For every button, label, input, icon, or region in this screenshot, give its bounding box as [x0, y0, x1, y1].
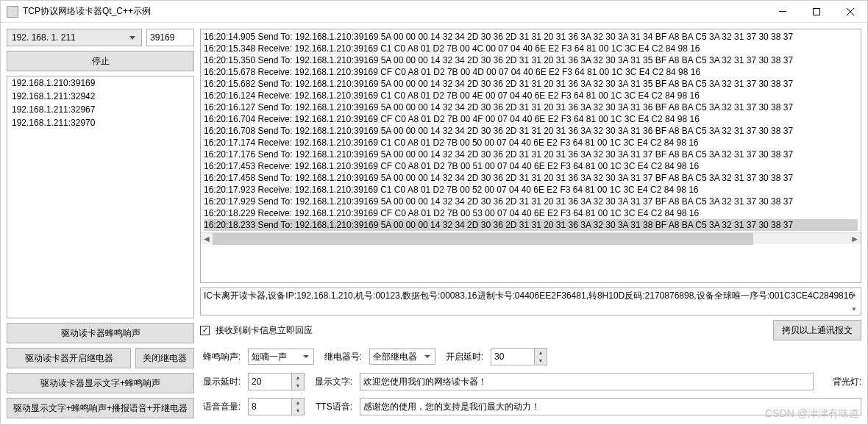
list-item[interactable]: 192.168.1.211:32967: [7, 103, 193, 116]
scroll-up-icon[interactable]: ▲: [849, 290, 859, 299]
titlebar: TCP协议网络读卡器Qt_C++示例: [1, 1, 867, 23]
log-line[interactable]: 16:20:18.229 Receive: 192.168.1.210:3916…: [204, 207, 858, 219]
log-line[interactable]: 16:20:15.678 Receive: 192.168.1.210:3916…: [204, 66, 858, 78]
log-line[interactable]: 16:20:18.233 Send To: 192.168.1.210:3916…: [204, 219, 858, 231]
backlight-label: 背光灯:: [821, 376, 861, 388]
maximize-button[interactable]: [800, 1, 833, 23]
ip-combo-value: 192. 168. 1. 211: [12, 32, 76, 43]
disp-delay-input[interactable]: [248, 373, 292, 390]
btn-label: 驱动读卡器显示文字+蜂鸣响声: [40, 377, 160, 390]
log-line[interactable]: 16:20:17.453 Receive: 192.168.1.210:3916…: [204, 160, 858, 172]
volume-label: 语音音量:: [200, 401, 241, 413]
ip-combo[interactable]: 192. 168. 1. 211: [7, 29, 142, 46]
log-line[interactable]: 16:20:16.124 Receive: 192.168.1.210:3916…: [204, 90, 858, 101]
list-item[interactable]: 192.168.1.211:32942: [7, 90, 193, 103]
log-line[interactable]: 16:20:17.174 Receive: 192.168.1.210:3916…: [204, 137, 858, 149]
spin-down-icon[interactable]: ▼: [292, 382, 304, 390]
scroll-right-icon[interactable]: ►: [849, 233, 861, 245]
close-button[interactable]: [833, 1, 867, 23]
disp-text-input[interactable]: [360, 373, 814, 390]
spin-down-icon[interactable]: ▼: [292, 407, 304, 415]
list-item[interactable]: 192.168.1.211:32970: [7, 116, 193, 129]
tts-label: TTS语音:: [312, 401, 352, 413]
text-buzzer-button[interactable]: 驱动读卡器显示文字+蜂鸣响声: [7, 373, 194, 393]
log-textarea[interactable]: 16:20:14.905 Send To: 192.168.1.210:3916…: [200, 29, 861, 283]
window-title: TCP协议网络读卡器Qt_C++示例: [23, 5, 766, 18]
btn-label: 拷贝以上通讯报文: [782, 324, 853, 337]
buzzer-label: 蜂鸣响声:: [200, 351, 241, 363]
relay-value: 全部继电器: [373, 351, 417, 363]
volume-input[interactable]: [248, 398, 292, 415]
buzzer-value: 短嘀一声: [252, 351, 287, 363]
auto-reply-checkbox[interactable]: [200, 326, 210, 335]
btn-label: 驱动显示文字+蜂鸣响声+播报语音+开继电器: [13, 402, 188, 415]
delay-on-input[interactable]: [491, 348, 535, 365]
svg-rect-1: [814, 8, 820, 15]
log-line[interactable]: 16:20:17.458 Send To: 192.168.1.210:3916…: [204, 172, 858, 184]
disp-text-label: 显示文字:: [312, 376, 352, 388]
delay-on-label: 开启延时:: [443, 351, 483, 363]
log-line[interactable]: 16:20:17.929 Send To: 192.168.1.210:3916…: [204, 196, 858, 207]
list-item[interactable]: 192.168.1.210:39169: [7, 76, 193, 90]
relay-off-button[interactable]: 关闭继电器: [135, 348, 194, 368]
horizontal-scrollbar[interactable]: ◄ ►: [201, 232, 861, 244]
relay-select[interactable]: 全部继电器: [369, 349, 435, 365]
maximize-icon: [813, 8, 820, 15]
relay-on-button[interactable]: 驱动读卡器开启继电器: [7, 348, 131, 368]
btn-label: 关闭继电器: [143, 352, 187, 365]
log-line[interactable]: 16:20:15.348 Receive: 192.168.1.210:3916…: [204, 43, 858, 54]
minimize-icon: [779, 11, 786, 12]
stop-button[interactable]: 停止: [7, 51, 194, 71]
scroll-down-icon[interactable]: ▼: [849, 304, 859, 313]
log-line[interactable]: 16:20:15.350 Send To: 192.168.1.210:3916…: [204, 54, 858, 66]
drive-buzzer-button[interactable]: 驱动读卡器蜂鸣响声: [7, 323, 194, 343]
copy-log-button[interactable]: 拷贝以上通讯报文: [773, 320, 861, 340]
spin-up-icon[interactable]: ▲: [292, 374, 304, 382]
log-line[interactable]: 16:20:16.708 Send To: 192.168.1.210:3916…: [204, 125, 858, 137]
info-text: IC卡离开读卡器,设备IP:192.168.1.210,机号:00123,数据包…: [204, 290, 853, 301]
auto-reply-label: 接收到刷卡信息立即回应: [216, 324, 313, 337]
log-line[interactable]: 16:20:17.923 Receive: 192.168.1.210:3916…: [204, 184, 858, 196]
log-line[interactable]: 16:20:14.905 Send To: 192.168.1.210:3916…: [204, 31, 858, 43]
all-actions-button[interactable]: 驱动显示文字+蜂鸣响声+播报语音+开继电器: [7, 398, 194, 418]
port-input[interactable]: [146, 29, 194, 46]
log-line[interactable]: 16:20:16.704 Receive: 192.168.1.210:3916…: [204, 113, 858, 125]
info-textarea[interactable]: IC卡离开读卡器,设备IP:192.168.1.210,机号:00123,数据包…: [200, 288, 861, 315]
relay-no-label: 继电器号:: [321, 351, 362, 363]
buzzer-select[interactable]: 短嘀一声: [248, 349, 314, 365]
btn-label: 驱动读卡器开启继电器: [25, 352, 113, 365]
tts-input[interactable]: [360, 398, 861, 415]
log-line[interactable]: 16:20:17.176 Send To: 192.168.1.210:3916…: [204, 149, 858, 160]
close-icon: [847, 8, 854, 15]
disp-delay-label: 显示延时:: [200, 376, 241, 388]
stop-button-label: 停止: [92, 55, 110, 68]
log-line[interactable]: 16:20:15.682 Send To: 192.168.1.210:3916…: [204, 78, 858, 90]
spin-down-icon[interactable]: ▼: [535, 357, 547, 365]
spin-up-icon[interactable]: ▲: [292, 399, 304, 407]
client-list[interactable]: 192.168.1.210:39169 192.168.1.211:32942 …: [7, 76, 194, 318]
log-line[interactable]: 16:20:16.127 Send To: 192.168.1.210:3916…: [204, 101, 858, 113]
btn-label: 驱动读卡器蜂鸣响声: [61, 327, 140, 340]
spin-up-icon[interactable]: ▲: [535, 349, 547, 357]
app-icon: [7, 6, 18, 18]
scroll-left-icon[interactable]: ◄: [201, 233, 213, 245]
svg-rect-0: [779, 11, 786, 12]
scroll-thumb[interactable]: [213, 233, 753, 245]
minimize-button[interactable]: [766, 1, 800, 23]
